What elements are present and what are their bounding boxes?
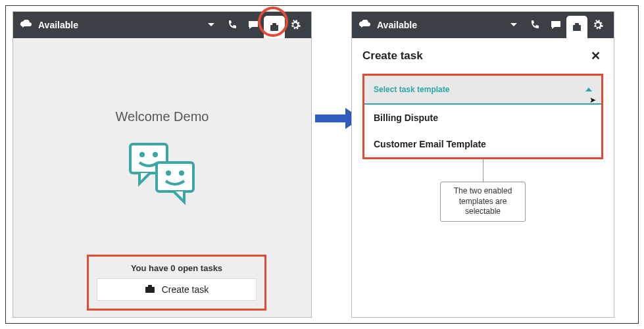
- svg-rect-8: [145, 287, 155, 293]
- svg-rect-1: [272, 23, 276, 26]
- chat-bubbles-icon: [126, 140, 199, 209]
- svg-point-4: [153, 152, 158, 157]
- status-dropdown[interactable]: [503, 12, 524, 38]
- svg-rect-0: [270, 25, 278, 31]
- create-task-label: Create task: [162, 284, 209, 295]
- status-label: Available: [38, 20, 78, 30]
- close-icon[interactable]: ✕: [588, 46, 603, 66]
- template-option[interactable]: Customer Email Template: [364, 131, 601, 157]
- agent-panel-home: Available W: [12, 11, 312, 318]
- create-task-heading: Create task: [362, 49, 423, 63]
- chat-icon[interactable]: [545, 12, 566, 38]
- svg-point-3: [139, 152, 145, 157]
- task-tab-icon[interactable]: [264, 16, 285, 38]
- callout-text: The two enabled templates are selectable: [440, 182, 526, 222]
- task-tab-icon[interactable]: [566, 16, 587, 38]
- settings-icon[interactable]: [587, 12, 608, 38]
- create-task-button[interactable]: Create task: [97, 278, 257, 301]
- svg-rect-11: [573, 25, 581, 31]
- open-tasks-box: You have 0 open tasks Create task: [87, 255, 266, 311]
- chat-icon[interactable]: [243, 12, 264, 38]
- cloud-chat-icon: [359, 20, 372, 30]
- svg-rect-12: [575, 23, 579, 26]
- cursor-icon: ➤: [589, 95, 596, 105]
- svg-point-7: [179, 170, 184, 176]
- template-dropdown-highlight: Select task template ➤ Billing Dispute C…: [362, 74, 603, 159]
- svg-point-6: [166, 170, 171, 176]
- svg-rect-9: [148, 285, 152, 288]
- status-label: Available: [377, 20, 417, 30]
- topbar-left: Available: [13, 12, 311, 38]
- agent-panel-create-task: Available: [351, 11, 614, 318]
- briefcase-icon: [145, 284, 155, 295]
- welcome-title: Welcome Demo: [116, 109, 209, 124]
- cloud-chat-icon: [20, 20, 33, 30]
- svg-rect-10: [315, 114, 347, 122]
- svg-rect-5: [157, 163, 193, 191]
- template-placeholder: Select task template: [374, 85, 449, 94]
- topbar-right: Available: [352, 12, 614, 38]
- settings-icon[interactable]: [285, 12, 306, 38]
- template-option[interactable]: Billing Dispute: [364, 105, 601, 131]
- phone-icon[interactable]: [524, 12, 545, 38]
- template-select[interactable]: Select task template ➤: [364, 76, 601, 105]
- status-dropdown[interactable]: [201, 12, 222, 38]
- open-tasks-text: You have 0 open tasks: [97, 263, 257, 273]
- home-body: Welcome Demo: [13, 38, 311, 317]
- callout: The two enabled templates are selectable: [362, 159, 603, 222]
- caret-up-icon: [585, 88, 592, 91]
- phone-icon[interactable]: [222, 12, 243, 38]
- create-task-body: Create task ✕ Select task template ➤ Bil…: [352, 38, 614, 317]
